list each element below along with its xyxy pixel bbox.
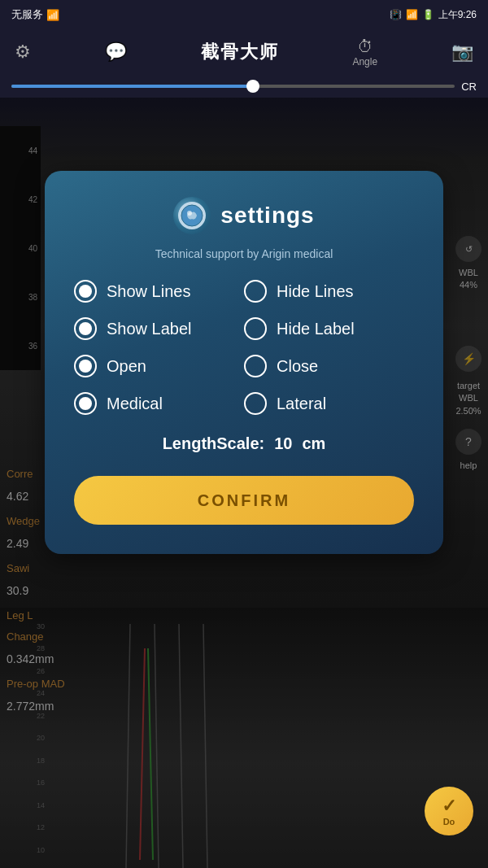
- status-bar: 无服务 📶 📳 📶 🔋 上午9:26: [0, 0, 488, 29]
- open-label: Open: [107, 357, 146, 376]
- hide-lines-label: Hide Lines: [277, 282, 354, 301]
- carrier-text: 无服务: [11, 7, 43, 22]
- show-lines-radio[interactable]: [74, 280, 97, 303]
- show-label-label: Show Label: [107, 320, 192, 338]
- hide-lines-option[interactable]: Hide Lines: [244, 280, 414, 303]
- app-title: 截骨大师: [201, 40, 279, 64]
- confirm-button[interactable]: CONFIRM: [74, 476, 414, 525]
- signal-icon: 📶: [46, 9, 59, 21]
- slider-label: CR: [461, 81, 477, 93]
- slider-fill: [11, 85, 255, 88]
- open-option[interactable]: Open: [74, 355, 244, 377]
- open-radio[interactable]: [74, 355, 97, 377]
- wifi-icon: 📶: [406, 9, 418, 20]
- slider-bar: CR: [0, 75, 488, 98]
- options-grid: Show Lines Hide Lines Show Label Hide La…: [74, 280, 414, 415]
- close-label: Close: [277, 357, 318, 376]
- lateral-label: Lateral: [277, 395, 326, 413]
- time-display: 上午9:26: [438, 8, 477, 22]
- logo-icon: [181, 204, 203, 227]
- lateral-option[interactable]: Lateral: [244, 392, 414, 415]
- open-close-row: Open Close: [74, 355, 414, 377]
- slider-thumb[interactable]: [246, 80, 259, 93]
- length-scale-value[interactable]: 10: [274, 434, 292, 453]
- medical-lateral-row: Medical Lateral: [74, 392, 414, 415]
- hide-label-label: Hide Label: [277, 320, 355, 338]
- angle-button[interactable]: ⏱ Angle: [352, 37, 377, 68]
- svg-point-1: [187, 211, 192, 216]
- length-scale-row: LengthScale: 10 cm: [74, 434, 414, 453]
- lines-row: Show Lines Hide Lines: [74, 280, 414, 303]
- show-label-radio[interactable]: [74, 317, 97, 340]
- settings-dialog: settings Technical support by Arigin med…: [45, 171, 443, 554]
- hide-label-radio[interactable]: [244, 317, 267, 340]
- medical-label: Medical: [107, 395, 163, 413]
- show-label-option[interactable]: Show Label: [74, 317, 244, 340]
- dialog-logo-inner: [178, 202, 206, 229]
- slider-track[interactable]: [11, 85, 455, 88]
- wechat-icon[interactable]: 💬: [105, 41, 127, 63]
- label-row: Show Label Hide Label: [74, 317, 414, 340]
- hide-lines-radio[interactable]: [244, 280, 267, 303]
- dialog-header: settings: [74, 197, 414, 234]
- dialog-subtitle: Technical support by Arigin medical: [74, 247, 414, 260]
- show-lines-option[interactable]: Show Lines: [74, 280, 244, 303]
- length-scale-label: LengthScale:: [163, 434, 265, 453]
- medical-radio[interactable]: [74, 392, 97, 415]
- battery-icon: 🔋: [422, 9, 434, 20]
- angle-label: Angle: [352, 56, 377, 68]
- lateral-radio[interactable]: [244, 392, 267, 415]
- length-scale-unit: cm: [302, 434, 325, 453]
- fab-button[interactable]: ✓ Do: [425, 787, 473, 835]
- settings-icon[interactable]: ⚙: [15, 41, 31, 63]
- dialog-title: settings: [220, 203, 314, 229]
- fab-checkmark-icon: ✓: [442, 796, 456, 817]
- vibrate-icon: 📳: [390, 9, 402, 20]
- dialog-logo: [173, 197, 211, 234]
- fab-label: Do: [443, 817, 455, 827]
- close-radio[interactable]: [244, 355, 267, 377]
- angle-icon: ⏱: [357, 37, 373, 56]
- status-left: 无服务 📶: [11, 7, 59, 22]
- close-option[interactable]: Close: [244, 355, 414, 377]
- status-right: 📳 📶 🔋 上午9:26: [390, 8, 477, 22]
- show-lines-label: Show Lines: [107, 282, 190, 301]
- top-nav: ⚙ 💬 截骨大师 ⏱ Angle 📷: [0, 29, 488, 75]
- medical-option[interactable]: Medical: [74, 392, 244, 415]
- camera-icon[interactable]: 📷: [451, 41, 473, 63]
- hide-label-option[interactable]: Hide Label: [244, 317, 414, 340]
